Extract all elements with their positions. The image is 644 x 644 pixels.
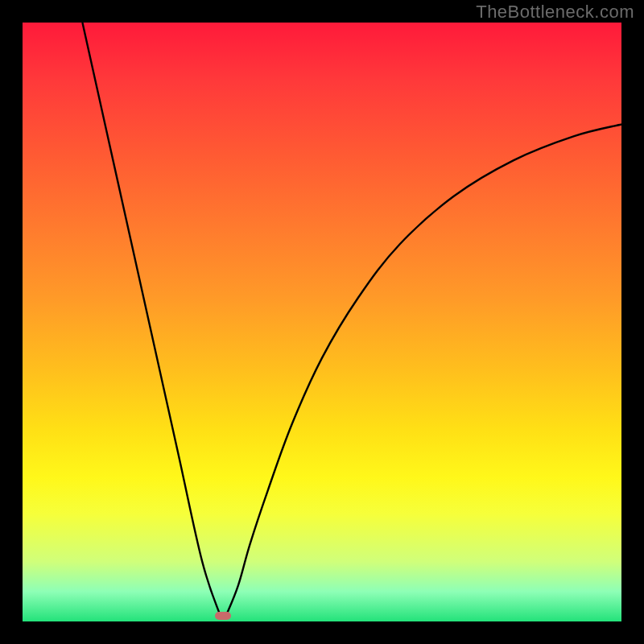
curve-left-branch <box>82 23 220 616</box>
optimal-point-marker <box>215 612 231 620</box>
bottleneck-curve <box>23 23 621 621</box>
plot-area <box>23 23 621 621</box>
chart-frame: TheBottleneck.com <box>0 0 644 644</box>
curve-right-branch <box>226 124 621 615</box>
watermark-text: TheBottleneck.com <box>476 2 634 23</box>
